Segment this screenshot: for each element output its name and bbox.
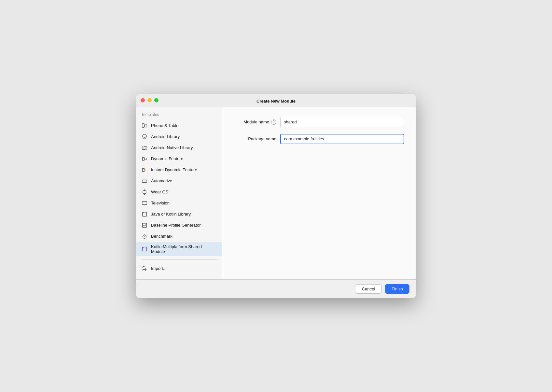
svg-point-9	[145, 182, 146, 183]
package-name-label: Package name	[234, 136, 276, 141]
sidebar-item-label: Baseline Profile Generator	[151, 223, 200, 228]
package-name-input[interactable]	[280, 134, 404, 144]
baseline-profile-icon	[141, 222, 148, 229]
sidebar-item-label: Wear OS	[151, 189, 168, 194]
sidebar-item-label: Television	[151, 201, 170, 205]
dialog-footer: Cancel Finish	[136, 279, 416, 298]
import-icon	[141, 265, 148, 272]
android-library-icon	[141, 133, 148, 140]
svg-rect-4	[144, 137, 145, 139]
svg-point-8	[143, 182, 144, 183]
window-controls	[141, 98, 159, 103]
sidebar-item-label: Kotlin Multiplatform Shared Module	[151, 244, 217, 254]
module-name-input[interactable]	[280, 117, 404, 127]
sidebar-item-android-native-library[interactable]: Android Native Library	[136, 142, 222, 153]
sidebar-item-label: Automotive	[151, 178, 172, 183]
wear-os-icon	[141, 189, 148, 195]
svg-point-19	[143, 235, 146, 238]
sidebar-item-label: Phone & Tablet	[151, 123, 180, 128]
sidebar-item-automotive[interactable]: Automotive	[136, 175, 222, 187]
sidebar-item-television[interactable]: Television	[136, 198, 222, 209]
sidebar-item-label: Import...	[151, 266, 167, 271]
sidebar-item-instant-dynamic-feature[interactable]: Instant Dynamic Feature	[136, 164, 222, 175]
dynamic-feature-icon	[141, 156, 148, 162]
android-native-icon	[141, 145, 148, 151]
svg-rect-6	[144, 147, 147, 149]
package-name-row: Package name	[234, 134, 404, 144]
module-name-row: Module name ?	[234, 117, 404, 127]
maximize-button[interactable]	[154, 98, 159, 103]
sidebar-item-phone-tablet[interactable]: Phone & Tablet	[136, 120, 222, 131]
svg-point-10	[143, 190, 146, 194]
sidebar-bottom: Import...	[136, 263, 222, 274]
minimize-button[interactable]	[147, 98, 152, 103]
module-name-help-icon[interactable]: ?	[271, 119, 276, 125]
sidebar-item-kotlin-multiplatform[interactable]: Kotlin Multiplatform Shared Module	[136, 242, 222, 256]
sidebar-item-android-library[interactable]: Android Library	[136, 131, 222, 142]
sidebar-item-benchmark[interactable]: Benchmark	[136, 231, 222, 242]
sidebar-section-label: Templates	[136, 112, 222, 120]
kotlin-multiplatform-icon	[141, 246, 148, 252]
module-name-label: Module name ?	[234, 119, 276, 125]
sidebar-item-label: Dynamic Feature	[151, 156, 183, 161]
automotive-icon	[141, 178, 148, 184]
sidebar-item-label: Instant Dynamic Feature	[151, 167, 197, 172]
sidebar-item-java-kotlin-library[interactable]: Java or Kotlin Library	[136, 209, 222, 220]
cancel-button[interactable]: Cancel	[355, 284, 382, 294]
sidebar-item-baseline-profile[interactable]: Baseline Profile Generator	[136, 220, 222, 231]
dialog-body: Templates Phone & Tablet	[136, 107, 416, 279]
svg-rect-18	[143, 223, 147, 227]
sidebar: Templates Phone & Tablet	[136, 107, 222, 279]
sidebar-divider	[141, 259, 217, 260]
create-new-module-dialog: Create New Module Templates Phone & Tabl…	[136, 94, 416, 298]
sidebar-item-label: Android Library	[151, 134, 180, 139]
close-button[interactable]	[141, 98, 145, 103]
sidebar-item-import[interactable]: Import...	[136, 263, 222, 274]
svg-line-21	[146, 235, 146, 235]
television-icon	[141, 200, 148, 206]
sidebar-item-label: Benchmark	[151, 234, 172, 239]
benchmark-icon	[141, 233, 148, 240]
sidebar-item-label: Android Native Library	[151, 145, 193, 150]
svg-rect-0	[142, 123, 144, 127]
finish-button[interactable]: Finish	[385, 284, 409, 294]
sidebar-item-wear-os[interactable]: Wear OS	[136, 187, 222, 198]
dialog-title: Create New Module	[256, 99, 296, 104]
svg-line-22	[145, 236, 145, 237]
instant-dynamic-icon	[141, 167, 148, 173]
svg-rect-13	[142, 201, 147, 204]
java-kotlin-icon	[141, 211, 148, 217]
sidebar-item-dynamic-feature[interactable]: Dynamic Feature	[136, 153, 222, 164]
sidebar-item-label: Java or Kotlin Library	[151, 212, 191, 217]
svg-rect-1	[145, 124, 147, 127]
phone-tablet-icon	[141, 122, 148, 129]
svg-rect-7	[142, 180, 147, 182]
title-bar: Create New Module	[136, 94, 416, 107]
main-content: Module name ? Package name	[222, 107, 416, 279]
